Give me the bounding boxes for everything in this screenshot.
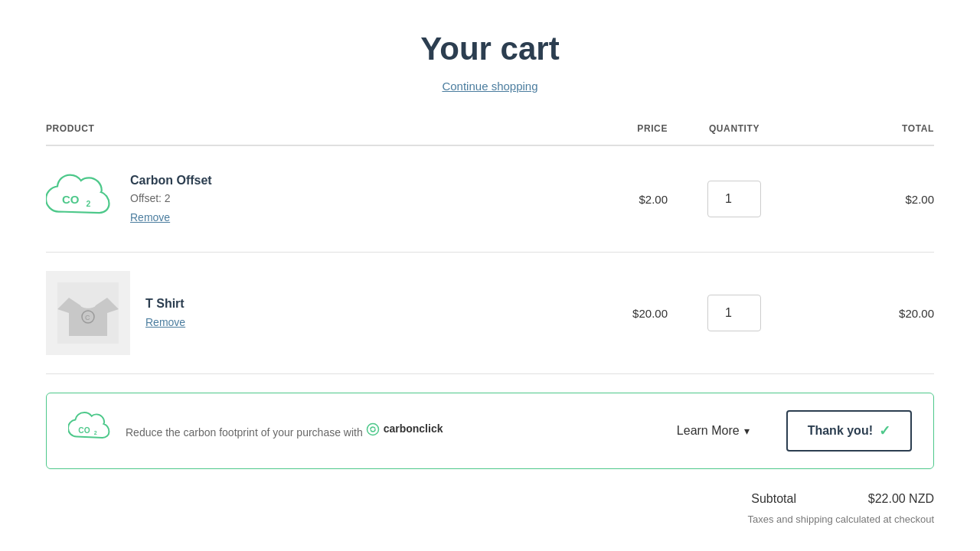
learn-more-label: Learn More	[677, 424, 740, 438]
quantity-cell	[668, 253, 801, 374]
product-name: T Shirt	[145, 297, 185, 311]
col-header-total: TOTAL	[801, 123, 934, 145]
product-detail: Offset: 2	[130, 192, 212, 204]
product-cell-0: CO 2 Carbon Offset Offset: 2 Remove	[46, 145, 534, 253]
col-header-product: PRODUCT	[46, 123, 534, 145]
svg-text:CO: CO	[62, 193, 80, 206]
continue-shopping-link[interactable]: Continue shopping	[46, 80, 934, 93]
page-title: Your cart	[46, 31, 934, 67]
svg-text:2: 2	[87, 199, 91, 208]
tshirt-image: C	[46, 271, 130, 355]
col-header-price: PRICE	[534, 123, 668, 145]
product-cell-1: C T Shirt Remove	[46, 253, 534, 374]
total-cell: $2.00	[801, 145, 934, 253]
carbonclick-brand-name: carbonclick	[384, 421, 443, 437]
learn-more-button[interactable]: Learn More ▾	[655, 424, 771, 438]
carbonclick-logo-icon	[366, 422, 380, 436]
quantity-cell	[668, 145, 801, 253]
svg-text:CO: CO	[78, 426, 90, 435]
thank-you-button[interactable]: Thank you! ✓	[786, 410, 912, 452]
table-row: CO 2 Carbon Offset Offset: 2 Remove $2.0…	[46, 145, 934, 253]
remove-link[interactable]: Remove	[145, 316, 185, 328]
table-row: C T Shirt Remove $20.00 $20.00	[46, 253, 934, 374]
subtotal-value: $22.00 NZD	[842, 492, 934, 506]
col-header-quantity: QUANTITY	[668, 123, 801, 145]
remove-link[interactable]: Remove	[130, 211, 170, 223]
svg-point-7	[367, 423, 378, 435]
page-container: Your cart Continue shopping PRODUCT PRIC…	[23, 0, 957, 551]
checkmark-icon: ✓	[879, 422, 890, 439]
total-cell: $20.00	[801, 253, 934, 374]
subtotal-row: Subtotal $22.00 NZD	[46, 492, 934, 506]
tax-note: Taxes and shipping calculated at checkou…	[46, 514, 934, 525]
carbonclick-banner: CO 2 Reduce the carbon footprint of your…	[46, 393, 934, 469]
cart-summary: Subtotal $22.00 NZD Taxes and shipping c…	[46, 492, 934, 525]
svg-text:C: C	[85, 314, 90, 321]
thank-you-label: Thank you!	[808, 424, 873, 438]
banner-text-before: Reduce the carbon footprint of your purc…	[126, 426, 363, 439]
svg-text:2: 2	[94, 430, 97, 435]
subtotal-label: Subtotal	[751, 492, 796, 506]
cart-body: CO 2 Carbon Offset Offset: 2 Remove $2.0…	[46, 145, 934, 374]
learn-more-chevron-icon: ▾	[744, 425, 750, 437]
quantity-input[interactable]	[707, 181, 761, 217]
banner-text: Reduce the carbon footprint of your purc…	[126, 421, 640, 441]
carbonclick-brand: carbonclick	[366, 421, 443, 437]
cart-table-header: PRODUCT PRICE QUANTITY TOTAL	[46, 123, 934, 145]
price-cell: $2.00	[534, 145, 668, 253]
cart-table: PRODUCT PRICE QUANTITY TOTAL CO 2 Carbon…	[46, 123, 934, 374]
banner-co2-icon: CO 2	[68, 410, 110, 452]
quantity-input[interactable]	[707, 295, 761, 331]
product-name: Carbon Offset	[130, 174, 212, 187]
price-cell: $20.00	[534, 253, 668, 374]
co2-cloud-image: CO 2	[46, 165, 115, 233]
